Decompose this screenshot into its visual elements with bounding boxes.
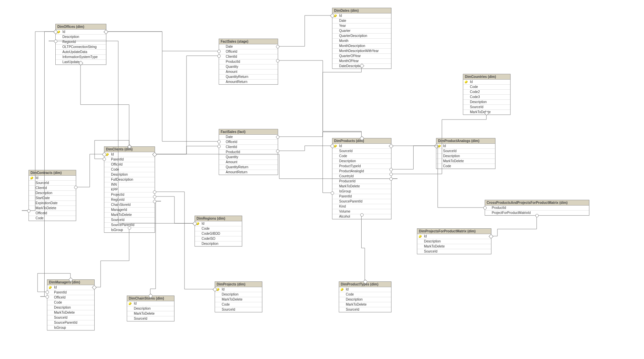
column-row[interactable]: SourceId xyxy=(339,307,391,312)
column-row[interactable]: ProductId xyxy=(219,59,278,64)
column-row[interactable]: Date xyxy=(332,18,391,24)
column-row[interactable]: OfficeId xyxy=(219,140,278,145)
column-row[interactable]: SourceId xyxy=(104,218,155,223)
column-row[interactable]: Code xyxy=(47,300,94,305)
column-row[interactable]: OfficeId xyxy=(219,49,278,54)
column-row[interactable]: Month xyxy=(332,39,391,44)
column-row[interactable]: MarkToDelete xyxy=(463,110,510,115)
column-row[interactable]: CountryId xyxy=(332,174,391,179)
column-row[interactable]: MarkToDelete xyxy=(339,302,391,307)
table-DimOffices[interactable]: DimOffices (dim)IdDescriptionRegionIdOLT… xyxy=(55,24,106,65)
table-CrossProd[interactable]: CrossProductsAndProjectsForProductMatrix… xyxy=(485,200,589,216)
column-row[interactable]: Code3 xyxy=(463,95,510,100)
column-row[interactable]: CodeISO xyxy=(195,236,242,241)
column-row[interactable]: Description xyxy=(215,292,262,297)
column-row[interactable]: Id xyxy=(104,152,155,157)
column-row[interactable]: KPP xyxy=(104,187,155,192)
column-row[interactable]: INN xyxy=(104,182,155,187)
column-row[interactable]: RegionId xyxy=(56,40,106,45)
column-row[interactable]: InformationSystemType xyxy=(56,55,106,60)
column-row[interactable]: Id xyxy=(436,144,495,149)
column-row[interactable]: Volume xyxy=(332,209,391,214)
column-row[interactable]: Quarter xyxy=(332,29,391,34)
column-row[interactable]: Id xyxy=(332,144,391,149)
column-row[interactable]: LastUpdate xyxy=(56,60,106,64)
column-row[interactable]: ProjectId xyxy=(104,192,155,197)
column-row[interactable]: Id xyxy=(417,234,491,239)
column-row[interactable]: Code xyxy=(339,292,391,297)
column-row[interactable]: SourceId xyxy=(47,315,94,320)
column-row[interactable]: Code xyxy=(436,164,495,169)
column-row[interactable]: SourceId xyxy=(332,149,391,154)
column-row[interactable]: OfficeId xyxy=(104,162,155,167)
column-row[interactable]: SourceId xyxy=(127,316,174,321)
table-title[interactable]: FactSales (stage) xyxy=(219,39,278,44)
column-row[interactable]: Description xyxy=(47,305,94,310)
column-row[interactable]: ManagerId xyxy=(104,208,155,213)
column-row[interactable]: FullDescription xyxy=(104,177,155,182)
table-title[interactable]: DimProjectsForProductMatrix (dim) xyxy=(417,229,491,234)
column-row[interactable]: Description xyxy=(339,297,391,302)
column-row[interactable]: Id xyxy=(339,287,391,292)
column-row[interactable]: Description xyxy=(29,191,76,196)
column-row[interactable]: ClientId xyxy=(219,54,278,59)
column-row[interactable]: Code2 xyxy=(463,90,510,95)
table-title[interactable]: DimProductTypes (dim) xyxy=(339,282,391,287)
column-row[interactable]: Quantity xyxy=(219,64,278,70)
column-row[interactable]: OfficeId xyxy=(47,295,94,300)
column-row[interactable]: ParentId xyxy=(47,290,94,295)
table-FactSalesFact[interactable]: FactSales (fact)DateOfficeIdClientIdProd… xyxy=(219,129,278,175)
column-row[interactable]: MarkToDelete xyxy=(29,206,76,211)
table-DimProductTypes[interactable]: DimProductTypes (dim)IdCodeDescriptionMa… xyxy=(339,281,391,312)
table-title[interactable]: DimOffices (dim) xyxy=(56,24,106,30)
column-row[interactable]: Id xyxy=(195,221,242,226)
column-row[interactable]: Description xyxy=(104,172,155,177)
column-row[interactable]: MarkToDelete xyxy=(127,311,174,316)
table-DimClients[interactable]: DimClients (dim)IdParentIdOfficeIdCodeDe… xyxy=(104,146,155,233)
column-row[interactable]: SourceId xyxy=(29,181,76,186)
table-title[interactable]: DimProjects (dim) xyxy=(215,282,262,287)
column-row[interactable]: Description xyxy=(436,154,495,159)
column-row[interactable]: ProductId xyxy=(219,150,278,155)
table-DimProductAnalogs[interactable]: DimProductAnalogs (dim)IdSourceIdDescrip… xyxy=(436,138,495,169)
table-title[interactable]: DimDates (dim) xyxy=(332,8,391,13)
table-DimContracts[interactable]: DimContracts (dim)IdSourceIdClientIdDesc… xyxy=(29,170,76,221)
column-row[interactable]: SourceId xyxy=(215,307,262,312)
column-row[interactable]: Code xyxy=(104,167,155,172)
table-DimManagers[interactable]: DimManagers (dim)IdParentIdOfficeIdCodeD… xyxy=(47,279,95,330)
column-row[interactable]: OfficeId xyxy=(29,211,76,216)
column-row[interactable]: ProductTypeId xyxy=(332,164,391,169)
column-row[interactable]: ProducerId xyxy=(332,179,391,184)
table-DimCountries[interactable]: DimCountries (dim)IdCodeCode2Code3Descri… xyxy=(463,74,511,115)
column-row[interactable]: ParentId xyxy=(332,194,391,199)
column-row[interactable]: Description xyxy=(463,100,510,105)
column-row[interactable]: SourceId xyxy=(436,149,495,154)
column-row[interactable]: Id xyxy=(29,176,76,181)
column-row[interactable]: Id xyxy=(463,80,510,85)
column-row[interactable]: Year xyxy=(332,24,391,29)
column-row[interactable]: ParentId xyxy=(104,157,155,162)
table-title[interactable]: DimChainStores (dim) xyxy=(127,296,174,301)
column-row[interactable]: Alcohol xyxy=(332,214,391,219)
column-row[interactable]: Description xyxy=(127,306,174,311)
column-row[interactable]: Date xyxy=(219,44,278,49)
table-DimDates[interactable]: DimDates (dim)IdDateYearQuarterQuarterDe… xyxy=(332,8,391,69)
column-row[interactable]: IsGroup xyxy=(104,228,155,232)
column-row[interactable]: Description xyxy=(332,159,391,164)
column-row[interactable]: Code xyxy=(463,85,510,90)
column-row[interactable]: SourceId xyxy=(463,105,510,110)
column-row[interactable]: SourceParentId xyxy=(332,199,391,204)
column-row[interactable]: MonthDescriptionWithYear xyxy=(332,49,391,54)
column-row[interactable]: QuarterDescription xyxy=(332,34,391,39)
column-row[interactable]: ClientId xyxy=(219,145,278,150)
column-row[interactable]: Id xyxy=(332,13,391,18)
column-row[interactable]: Code xyxy=(332,154,391,159)
column-row[interactable]: ProductAnalogId xyxy=(332,169,391,174)
column-row[interactable]: Quantity xyxy=(219,155,278,160)
column-row[interactable]: QuantityReturn xyxy=(219,165,278,170)
column-row[interactable]: SourceParentId xyxy=(47,320,94,325)
table-title[interactable]: DimProductAnalogs (dim) xyxy=(436,138,495,144)
column-row[interactable]: RegionId xyxy=(104,197,155,203)
column-row[interactable]: Id xyxy=(56,30,106,35)
column-row[interactable]: DateDescription xyxy=(332,64,391,69)
